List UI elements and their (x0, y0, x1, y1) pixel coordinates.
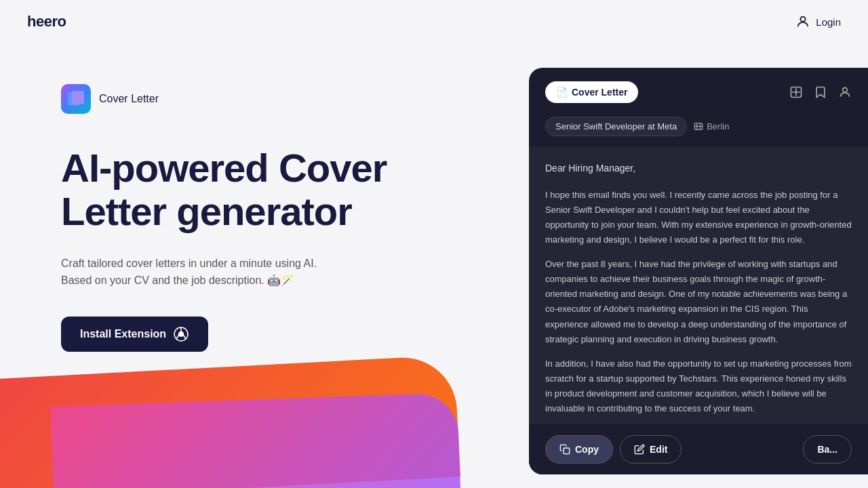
panel-footer: Copy Edit Ba... (529, 424, 868, 474)
logo: heero (27, 13, 66, 30)
cover-letter-badge: Cover Letter (61, 84, 522, 114)
chrome-icon (173, 326, 189, 342)
job-tag: Senior Swift Developer at Meta (545, 117, 687, 136)
left-content: Cover Letter AI-powered Cover Letter gen… (0, 43, 549, 488)
main-headline: AI-powered Cover Letter generator (61, 146, 522, 233)
badge-icon (61, 84, 91, 114)
letter-para-1: I hope this email finds you well. I rece… (545, 188, 852, 247)
cover-letter-panel: 📄 Cover Letter (529, 68, 868, 474)
map-icon (694, 122, 703, 131)
user-icon-button[interactable] (838, 85, 852, 99)
letter-para-2: Over the past 8 years, I have had the pr… (545, 257, 852, 347)
edit-icon (634, 444, 645, 455)
install-extension-button[interactable]: Install Extension (61, 317, 208, 352)
copy-icon (559, 444, 570, 455)
cover-letter-pill: 📄 Cover Letter (545, 81, 638, 103)
svg-point-0 (801, 17, 806, 22)
panel-header-right (789, 85, 852, 99)
svg-rect-2 (72, 91, 84, 104)
edit-button[interactable]: Edit (620, 435, 682, 464)
doc-icon: 📄 (556, 87, 568, 98)
badge-icon-svg (66, 89, 85, 108)
back-button[interactable]: Ba... (803, 435, 852, 464)
svg-rect-11 (564, 448, 570, 454)
panel-header-left: 📄 Cover Letter (545, 81, 638, 103)
tags-row: Senior Swift Developer at Meta Berlin (529, 117, 868, 147)
panel-header: 📄 Cover Letter (529, 68, 868, 117)
bookmark-icon (814, 85, 827, 99)
subtitle: Craft tailored cover letters in under a … (61, 255, 522, 289)
letter-para-3: In addition, I have also had the opportu… (545, 357, 852, 416)
login-label: Login (816, 16, 841, 28)
letter-greeting: Dear Hiring Manager, (545, 161, 852, 177)
bookmark-icon-button[interactable] (814, 85, 827, 99)
letter-text: Dear Hiring Manager, I hope this email f… (545, 161, 852, 416)
svg-point-9 (843, 87, 848, 92)
location-tag: Berlin (694, 121, 729, 131)
letter-content: Dear Hiring Manager, I hope this email f… (529, 147, 868, 424)
add-icon-button[interactable] (789, 85, 803, 99)
copy-button[interactable]: Copy (545, 435, 613, 464)
user-icon (795, 14, 810, 29)
user-panel-icon (838, 85, 852, 99)
badge-label: Cover Letter (99, 93, 159, 105)
add-icon (789, 85, 803, 99)
header: heero Login (0, 0, 868, 43)
login-button[interactable]: Login (795, 14, 841, 29)
